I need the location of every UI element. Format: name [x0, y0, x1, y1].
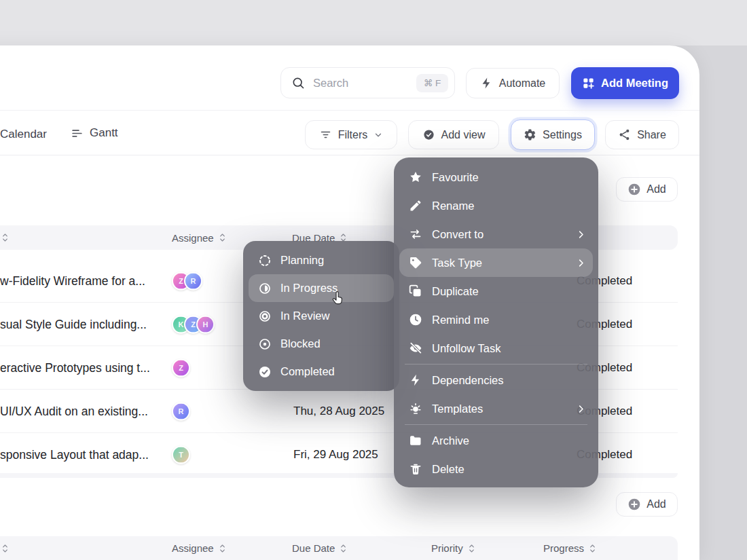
column-header-due-date[interactable]: Due Date [292, 536, 347, 560]
automate-label: Automate [499, 77, 545, 90]
sort-icon [1, 233, 9, 242]
avatar: T [172, 445, 190, 464]
automate-button[interactable]: Automate [466, 68, 560, 98]
eye-off-icon [409, 341, 422, 355]
menu-item-unfollow-task[interactable]: Unfollow Task [399, 334, 593, 362]
menu-item-archive[interactable]: Archive [399, 426, 593, 455]
dot-circle-icon [258, 337, 272, 351]
menu-item-remind-me[interactable]: Remind me [399, 305, 593, 334]
tab-calendar[interactable]: Calendar [0, 128, 47, 141]
toolbar-divider [0, 110, 699, 111]
sort-icon [1, 544, 9, 553]
menu-item-label: Task Type [432, 257, 482, 269]
bulb-icon [409, 402, 422, 415]
menu-item-label: Duplicate [432, 285, 479, 298]
column-header-task[interactable] [1, 536, 9, 560]
menu-item-favourite[interactable]: Favourite [399, 163, 593, 191]
menu-item-label: Templates [432, 403, 483, 415]
plus-circle-icon [627, 498, 641, 511]
avatar: H [196, 315, 215, 333]
menu-item-label: Unfollow Task [432, 342, 501, 355]
column-header-assignee[interactable]: Assignee [172, 225, 226, 250]
avatar: R [184, 272, 202, 290]
chevron-right-icon [576, 229, 586, 240]
task-status-submenu: PlanningIn ProgressIn ReviewBlockedCompl… [243, 241, 399, 391]
half-circle-icon [258, 282, 272, 295]
column-header-label: Assignee [172, 232, 214, 244]
assignee-group: Z [172, 358, 190, 377]
plus-circle-icon [627, 183, 641, 196]
settings-dropdown-menu: FavouriteRenameConvert toTask TypeDuplic… [394, 157, 598, 487]
bolt-icon [409, 373, 422, 387]
add-meeting-label: Add Meeting [601, 77, 668, 90]
status-item-planning[interactable]: Planning [249, 246, 394, 274]
due-date: Thu, 28 Aug 2025 [293, 405, 384, 418]
menu-item-rename[interactable]: Rename [399, 191, 593, 220]
table2-header-row: AssigneeDue DatePriorityProgress [0, 536, 678, 560]
menu-item-label: Remind me [432, 314, 489, 326]
bolt-icon [480, 77, 493, 90]
trash-icon [409, 462, 422, 476]
assignee-group: ZR [172, 272, 202, 290]
filters-button[interactable]: Filters [305, 120, 397, 149]
share-icon [618, 128, 631, 141]
add-label: Add [646, 183, 666, 195]
dashed-circle-icon [258, 254, 272, 267]
sort-icon [589, 544, 596, 553]
menu-item-task-type[interactable]: Task Type [399, 248, 593, 277]
column-header-assignee[interactable]: Assignee [172, 536, 226, 560]
share-label: Share [637, 129, 666, 141]
sort-icon [468, 544, 475, 553]
filters-label: Filters [338, 129, 368, 141]
filter-icon [319, 128, 332, 141]
column-header-label: Assignee [172, 542, 214, 554]
menu-divider [405, 364, 587, 365]
search-icon [291, 76, 305, 90]
menu-item-label: Blocked [280, 337, 321, 350]
column-header-progress[interactable]: Progress [543, 536, 596, 560]
search-input[interactable] [312, 76, 409, 90]
search-field[interactable]: ⌘ F [280, 67, 455, 98]
column-header-priority[interactable]: Priority [431, 536, 475, 560]
copy-icon [409, 284, 422, 298]
add-view-button[interactable]: Add view [408, 120, 499, 149]
menu-item-convert-to[interactable]: Convert to [399, 220, 593, 248]
menu-item-label: In Review [280, 310, 329, 322]
task-title: sponsive Layout that adap... [0, 447, 149, 462]
menu-item-dependencies[interactable]: Dependencies [399, 366, 593, 394]
menu-item-label: Planning [280, 254, 324, 267]
star-icon [409, 170, 422, 184]
settings-button[interactable]: Settings [511, 119, 595, 150]
add-task-button-bottom[interactable]: Add [616, 492, 678, 517]
column-header-label: Progress [543, 542, 584, 554]
tab-gantt[interactable]: Gantt [71, 126, 118, 140]
menu-item-templates[interactable]: Templates [399, 394, 593, 423]
avatar: R [172, 402, 190, 420]
status-item-in-progress[interactable]: In Progress [249, 274, 394, 302]
sort-icon [219, 544, 226, 553]
menu-item-label: Favourite [432, 171, 479, 184]
menu-item-label: Dependencies [432, 374, 504, 387]
column-header-task[interactable] [1, 225, 9, 250]
menu-item-label: In Progress [280, 282, 338, 295]
task-title: sual Style Guide including... [0, 317, 147, 331]
status-item-completed[interactable]: Completed [249, 358, 394, 386]
badge-check-icon [422, 128, 435, 141]
gantt-tab-label: Gantt [90, 126, 118, 140]
menu-item-delete[interactable]: Delete [399, 455, 593, 483]
share-button[interactable]: Share [605, 120, 679, 149]
add-view-label: Add view [441, 129, 486, 141]
add-label: Add [646, 498, 666, 510]
task-title: eractive Prototypes using t... [0, 360, 150, 375]
status-item-in-review[interactable]: In Review [249, 302, 394, 330]
menu-divider [405, 424, 587, 425]
cursor-hand-icon [330, 291, 346, 307]
menu-item-label: Archive [432, 434, 469, 447]
status-item-blocked[interactable]: Blocked [249, 330, 394, 358]
chevron-right-icon [576, 258, 586, 268]
menu-item-duplicate[interactable]: Duplicate [399, 277, 593, 305]
folder-icon [409, 434, 422, 447]
add-meeting-button[interactable]: Add Meeting [571, 67, 679, 99]
add-task-button-top[interactable]: Add [616, 177, 678, 202]
task-title: w-Fidelity Wireframe for a... [0, 274, 145, 288]
